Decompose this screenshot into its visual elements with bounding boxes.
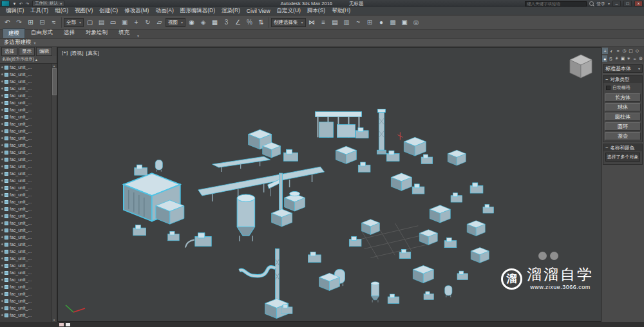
explorer-sort-header[interactable]: 名称(按升序排序) ▴ bbox=[0, 56, 57, 64]
list-item[interactable]: fac_unit_... bbox=[0, 113, 51, 120]
spinner-snap-icon[interactable]: ⇅ bbox=[256, 17, 267, 28]
select-and-manipulate-icon[interactable]: ◈ bbox=[198, 17, 209, 28]
selection-filter-dropdown[interactable]: 全部 ▾ bbox=[64, 18, 84, 27]
list-item[interactable]: fac_unit_... bbox=[0, 120, 51, 127]
ribbon-tab[interactable]: 建模 bbox=[3, 28, 25, 38]
list-item[interactable]: fac_unit_... bbox=[0, 255, 51, 262]
object-type-button[interactable]: 长方体 bbox=[605, 93, 641, 102]
chevron-down-icon[interactable]: ▾ bbox=[608, 1, 610, 6]
close-button[interactable]: × bbox=[634, 1, 643, 6]
select-and-link-icon[interactable]: ⊞ bbox=[25, 17, 36, 28]
utilities-tab[interactable]: ◇ bbox=[634, 48, 640, 54]
viewport-pov-label[interactable]: [透视] bbox=[70, 50, 83, 57]
explorer-tab[interactable]: 编辑 bbox=[36, 47, 52, 56]
sign-in-link[interactable]: 登录 bbox=[596, 1, 605, 7]
selection-region-icon[interactable]: ▭ bbox=[108, 17, 118, 28]
save-file-icon[interactable]: ▼ bbox=[12, 1, 17, 6]
object-type-button[interactable]: 圆环 bbox=[605, 122, 641, 131]
menu-item[interactable]: 修改器(M) bbox=[121, 7, 152, 15]
list-item[interactable]: fac_unit_... bbox=[0, 149, 51, 156]
use-center-icon[interactable]: ◉ bbox=[186, 17, 197, 28]
list-item[interactable]: fac_unit_... bbox=[0, 262, 51, 269]
unlink-selection-icon[interactable]: ⊟ bbox=[37, 17, 48, 28]
menu-item[interactable]: 脚本(S) bbox=[304, 7, 328, 15]
viewport-shading-label[interactable]: [真实] bbox=[86, 50, 99, 57]
maxscript-mini-listener[interactable] bbox=[59, 323, 64, 326]
reference-coordinate-dropdown[interactable]: 视图 ▾ bbox=[166, 18, 185, 27]
menu-item[interactable]: Civil View bbox=[243, 8, 274, 14]
shapes-subtab[interactable]: S bbox=[608, 55, 613, 62]
object-type-button[interactable]: 圆柱体 bbox=[605, 113, 641, 121]
list-item[interactable]: fac_unit_... bbox=[0, 227, 51, 234]
geometry-subtab[interactable]: ● bbox=[602, 55, 607, 62]
chevron-down-icon[interactable]: ▾ bbox=[137, 33, 139, 38]
list-item[interactable]: fac_unit_... bbox=[0, 177, 51, 184]
list-item[interactable]: fac_unit_... bbox=[0, 64, 51, 71]
undo-icon[interactable]: ↶ bbox=[2, 17, 13, 28]
space-warps-subtab[interactable]: ≈ bbox=[632, 55, 637, 62]
curve-editor-icon[interactable]: ~ bbox=[353, 17, 364, 28]
list-item[interactable]: fac_unit_... bbox=[0, 290, 51, 297]
viewcube[interactable] bbox=[566, 51, 596, 81]
menu-item[interactable]: 工具(T) bbox=[27, 7, 52, 15]
hierarchy-tab[interactable]: ≡ bbox=[615, 48, 621, 54]
modify-tab[interactable]: ◐ bbox=[609, 48, 614, 54]
angle-snap-icon[interactable]: ∠ bbox=[232, 17, 243, 28]
list-item[interactable]: fac_unit_... bbox=[0, 191, 51, 198]
list-item[interactable]: fac_unit_... bbox=[0, 135, 51, 142]
search-icon[interactable] bbox=[589, 1, 594, 6]
primitive-category-dropdown[interactable]: 标准基本体 ▾ bbox=[603, 64, 643, 73]
menu-item[interactable]: 图形编辑器(D) bbox=[177, 7, 218, 15]
select-and-move-icon[interactable]: + bbox=[131, 17, 142, 28]
chevron-down-icon[interactable]: ▾ bbox=[34, 41, 36, 45]
ribbon-tab[interactable]: 自由形式 bbox=[26, 28, 58, 38]
bind-to-space-warp-icon[interactable]: ≈ bbox=[48, 17, 59, 28]
systems-subtab[interactable]: ⊚ bbox=[638, 55, 643, 62]
object-type-rollout-header[interactable]: − 对象类型 bbox=[603, 76, 642, 83]
menu-item[interactable]: 编辑(E) bbox=[3, 7, 27, 15]
list-item[interactable]: fac_unit_... bbox=[0, 241, 51, 248]
polygon-modeling-panel[interactable]: 多边形建模 bbox=[4, 39, 32, 46]
render-setup-icon[interactable]: ▩ bbox=[388, 17, 399, 28]
list-item[interactable]: fac_unit_... bbox=[0, 163, 51, 170]
object-type-button[interactable]: 茶壶 bbox=[605, 132, 641, 140]
list-item[interactable]: fac_unit_... bbox=[0, 170, 51, 177]
list-item[interactable]: fac_unit_... bbox=[0, 92, 51, 99]
explorer-tab[interactable]: 选择 bbox=[1, 47, 17, 56]
schematic-view-icon[interactable]: ⊞ bbox=[365, 17, 375, 28]
motion-tab[interactable]: ◷ bbox=[621, 48, 627, 54]
keyboard-override-icon[interactable]: ▦ bbox=[209, 17, 220, 28]
list-item[interactable]: fac_unit_... bbox=[0, 85, 51, 92]
qat-redo-icon[interactable]: ↷ bbox=[24, 1, 30, 6]
list-item[interactable]: fac_unit_... bbox=[0, 99, 51, 106]
search-input[interactable] bbox=[525, 1, 587, 6]
scrollbar-thumb[interactable] bbox=[52, 68, 57, 95]
display-tab[interactable]: ▢ bbox=[628, 48, 634, 54]
qat-undo-icon[interactable]: ↶ bbox=[18, 1, 24, 6]
ribbon-tab[interactable]: 填充 bbox=[113, 28, 135, 38]
minimize-button[interactable]: – bbox=[612, 1, 621, 6]
list-item[interactable]: fac_unit_... bbox=[0, 106, 51, 113]
align-icon[interactable]: ≡ bbox=[318, 17, 329, 28]
perspective-viewport[interactable]: [+] [透视] [真实] bbox=[57, 47, 601, 322]
list-item[interactable]: fac_unit_... bbox=[0, 156, 51, 163]
lights-subtab[interactable]: ☀ bbox=[614, 55, 620, 62]
redo-icon[interactable]: ↷ bbox=[14, 17, 24, 28]
menu-item[interactable]: 帮助(H) bbox=[328, 7, 354, 15]
snap-toggle-icon[interactable]: 3 bbox=[221, 17, 232, 28]
layer-explorer-icon[interactable]: ▤ bbox=[330, 17, 341, 28]
object-name-field[interactable]: 选择了多个对象 bbox=[605, 153, 640, 162]
list-item[interactable]: fac_unit_... bbox=[0, 276, 51, 283]
ribbon-toggle-icon[interactable]: ▥ bbox=[341, 17, 352, 28]
explorer-scrollbar[interactable]: ▴ ▾ bbox=[51, 64, 57, 322]
maxscript-mini-listener[interactable] bbox=[66, 323, 70, 326]
rendered-frame-icon[interactable]: ▣ bbox=[399, 17, 410, 28]
menu-item[interactable]: 自定义(U) bbox=[274, 7, 304, 15]
select-and-scale-icon[interactable]: ▱ bbox=[154, 17, 165, 28]
material-editor-icon[interactable]: ● bbox=[376, 17, 387, 28]
list-item[interactable]: fac_unit_... bbox=[0, 184, 51, 191]
list-item[interactable]: fac_unit_... bbox=[0, 78, 51, 85]
select-by-name-icon[interactable]: ▤ bbox=[96, 17, 107, 28]
percent-snap-icon[interactable]: % bbox=[244, 17, 255, 28]
list-item[interactable]: fac_unit_... bbox=[0, 312, 51, 319]
